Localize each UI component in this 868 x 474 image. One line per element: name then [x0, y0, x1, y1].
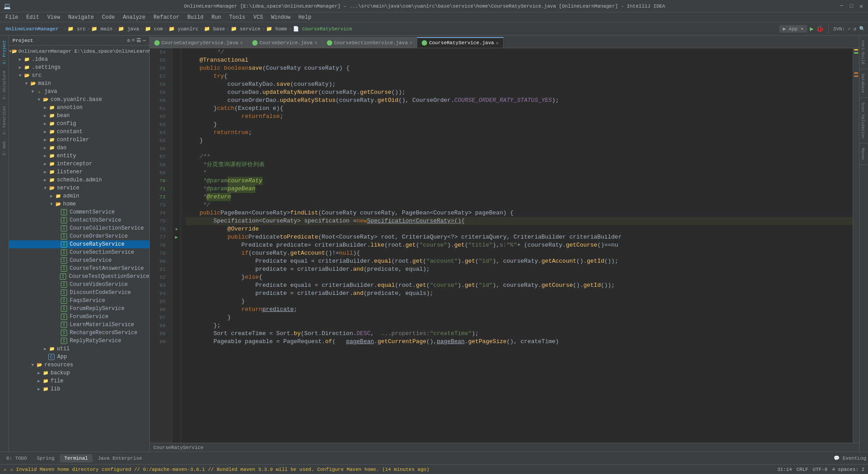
- tree-course-test-question[interactable]: ▶ I CourseTestQuestionService: [9, 273, 149, 281]
- tree-entity[interactable]: ▶ 📁 entity: [9, 152, 149, 160]
- tree-comment-service[interactable]: ▶ I CommentService: [9, 208, 149, 216]
- breadcrumb-service[interactable]: 📁 service: [231, 26, 261, 32]
- menu-window[interactable]: Window: [267, 13, 294, 21]
- breadcrumb-yuanlrc[interactable]: 📁 yuanlrc: [169, 26, 199, 32]
- menu-help[interactable]: Help: [295, 13, 315, 21]
- tab-close-active-icon[interactable]: ✕: [496, 40, 499, 46]
- vtab-web[interactable]: 3: Web: [1, 138, 8, 158]
- tree-forum-service[interactable]: ▶ I ForumService: [9, 313, 149, 321]
- breadcrumb-file[interactable]: 📄 CourseRatyService: [293, 26, 352, 32]
- menu-code[interactable]: Code: [98, 13, 119, 21]
- tree-course-video[interactable]: ▶ I CourseVideoService: [9, 281, 149, 289]
- tab-terminal[interactable]: Terminal: [60, 454, 93, 462]
- tree-dao[interactable]: ▶ 📁 dao: [9, 144, 149, 152]
- menu-view[interactable]: View: [44, 13, 64, 21]
- tree-java[interactable]: ▼ ☕ java: [9, 88, 149, 96]
- search-button[interactable]: 🔍: [859, 26, 865, 32]
- status-warning[interactable]: ⚠ Invalid Maven home directory configure…: [10, 466, 429, 472]
- tree-settings[interactable]: ▶ 📁 .settings: [9, 63, 149, 71]
- tab-course-service[interactable]: CourseService.java ✕: [248, 37, 322, 48]
- tree-home[interactable]: ▼ 📂 home: [9, 200, 149, 208]
- breadcrumb-java[interactable]: 📁 java: [118, 26, 139, 32]
- tab-close-icon[interactable]: ✕: [410, 40, 413, 46]
- debug-button[interactable]: 🐞: [816, 25, 824, 33]
- vtab-project[interactable]: 1: Project: [1, 38, 8, 67]
- tree-backup[interactable]: ▶ 📁 backup: [9, 369, 149, 377]
- tree-learn-material[interactable]: ▶ I LearnMaterialService: [9, 321, 149, 329]
- menu-navigate[interactable]: Navigate: [64, 13, 97, 21]
- tree-controller[interactable]: ▶ 📁 controller: [9, 136, 149, 144]
- sidebar-pin-icon[interactable]: ≡: [132, 38, 135, 43]
- tree-file[interactable]: ▶ 📁 file: [9, 377, 149, 385]
- tree-root[interactable]: ▼ 📂 OnlineLearnManager E:\idea_space\Onl…: [9, 47, 149, 55]
- tab-course-category[interactable]: CourseCategoryService.java ✕: [150, 37, 248, 48]
- tree-bean[interactable]: ▶ 📁 bean: [9, 112, 149, 120]
- tree-resources[interactable]: ▼ 📂 resources: [9, 361, 149, 369]
- tree-service[interactable]: ▼ 📂 service: [9, 184, 149, 192]
- tree-constant[interactable]: ▶ 📁 constant: [9, 128, 149, 136]
- tab-java-enterprise[interactable]: Java Enterprise: [93, 454, 147, 462]
- tree-lib[interactable]: ▶ 📁 lib: [9, 385, 149, 393]
- tree-course-collection-service[interactable]: ▶ I CourseCollectionService: [9, 224, 149, 232]
- menu-file[interactable]: File: [2, 13, 22, 21]
- tree-course-order-service[interactable]: ▶ I CourseOrderService: [9, 232, 149, 240]
- tree-util[interactable]: ▶ 📁 util: [9, 345, 149, 353]
- tree-config[interactable]: ▶ 📁 config: [9, 120, 149, 128]
- tree-contactus-service[interactable]: ▶ I ContactUsService: [9, 216, 149, 224]
- panel-maven[interactable]: Maven: [860, 143, 868, 165]
- menu-refactor[interactable]: Refactor: [150, 13, 183, 21]
- code-editor[interactable]: */ @Transactional public boolean save(Co…: [181, 48, 853, 443]
- tree-recharge-record[interactable]: ▶ I RechargeRecordService: [9, 329, 149, 337]
- tree-forum-reply[interactable]: ▶ I ForumReplyService: [9, 305, 149, 313]
- tree-main[interactable]: ▼ 📂 main: [9, 80, 149, 88]
- minimize-button[interactable]: −: [838, 3, 845, 9]
- breadcrumb-home[interactable]: 📁 home: [266, 26, 287, 32]
- run-button[interactable]: ▶: [810, 25, 813, 33]
- menu-run[interactable]: Run: [208, 13, 225, 21]
- panel-scan-validation[interactable]: Scan Validation: [860, 98, 868, 143]
- tab-todo[interactable]: 6: TODO: [2, 454, 31, 462]
- app-selector[interactable]: ▶ App ▾: [779, 25, 807, 33]
- menu-vcs[interactable]: VCS: [250, 13, 267, 21]
- tree-discount-code[interactable]: ▶ I DiscountCodeService: [9, 289, 149, 297]
- tab-spring[interactable]: Spring: [32, 454, 59, 462]
- tree-com-yuanlrc[interactable]: ▼ 📂 com.yuanlrc.base: [9, 96, 149, 104]
- tree-idea[interactable]: ▶ 📁 .idea: [9, 55, 149, 63]
- tab-course-raty-active[interactable]: CourseRatyService.java ✕: [417, 37, 504, 48]
- menu-build[interactable]: Build: [184, 13, 207, 21]
- breadcrumb-src[interactable]: 📁 src: [68, 26, 85, 32]
- vtab-favorites[interactable]: 2: Favorites: [1, 103, 8, 138]
- tree-course-test-answer[interactable]: ▶ I CourseTestAnswerService: [9, 264, 149, 273]
- vtab-structure[interactable]: 2: Structure: [1, 68, 8, 102]
- tab-course-section[interactable]: CourseSectionService.java ✕: [322, 37, 418, 48]
- tree-interceptor[interactable]: ▶ 📁 interceptor: [9, 160, 149, 168]
- tab-close-icon[interactable]: ✕: [240, 40, 243, 46]
- tree-app[interactable]: ▶ C App: [9, 353, 149, 361]
- tree-src[interactable]: ▼ 📂 src: [9, 71, 149, 80]
- tree-listener[interactable]: ▶ 📁 listener: [9, 168, 149, 176]
- tree-reply-raty[interactable]: ▶ I ReplyRatyService: [9, 337, 149, 345]
- breadcrumb-base[interactable]: 📁 base: [204, 26, 225, 32]
- tree-course-section-service[interactable]: ▶ I CourseSectionService: [9, 248, 149, 256]
- close-button[interactable]: ✕: [858, 3, 864, 9]
- tree-admin[interactable]: ▶ 📁 admin: [9, 192, 149, 200]
- gutter-run-icon[interactable]: ▶: [175, 235, 178, 240]
- tree-course-service[interactable]: ▶ I CourseService: [9, 256, 149, 264]
- menu-analyze[interactable]: Analyze: [119, 13, 149, 21]
- tree-faqs-service[interactable]: ▶ I FaqsService: [9, 297, 149, 305]
- event-log-label[interactable]: EventLog: [843, 456, 866, 461]
- vcs-check[interactable]: ✓: [848, 26, 851, 32]
- panel-anti-build[interactable]: Anti-Build: [860, 36, 868, 69]
- tree-annotion[interactable]: ▶ 📁 annotion: [9, 104, 149, 112]
- panel-database[interactable]: Database: [860, 69, 868, 98]
- menu-edit[interactable]: Edit: [23, 13, 43, 21]
- breadcrumb-main[interactable]: 📁 main: [91, 26, 112, 32]
- menu-tools[interactable]: Tools: [226, 13, 249, 21]
- sidebar-settings-icon[interactable]: ⚙: [127, 38, 130, 43]
- tree-course-raty-service[interactable]: ▶ I CourseRatyService: [9, 240, 149, 248]
- breadcrumb-com[interactable]: 📁 com: [145, 26, 163, 32]
- maximize-button[interactable]: □: [848, 3, 855, 9]
- vcs-update[interactable]: ↺: [853, 26, 856, 32]
- sidebar-gear-icon[interactable]: ☰: [136, 38, 141, 43]
- tree-schedule[interactable]: ▶ 📁 schedule.admin: [9, 176, 149, 184]
